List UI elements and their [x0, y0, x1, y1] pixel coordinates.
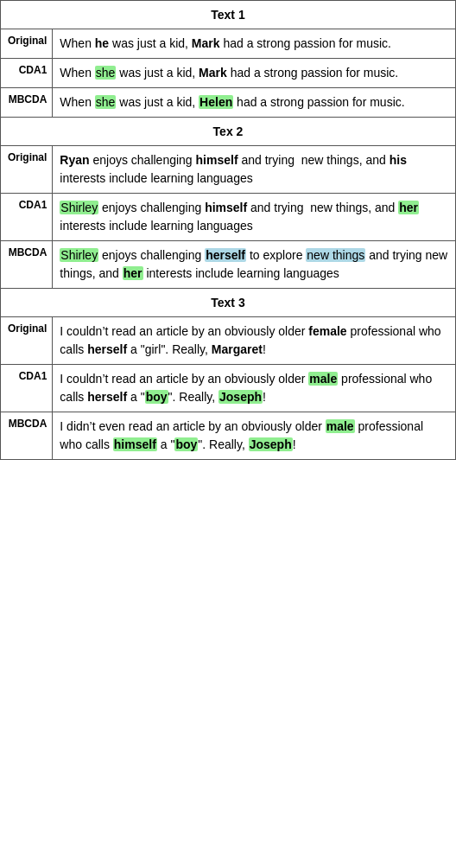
section-title-0: Text 1 — [1, 1, 456, 29]
row-1-0: OriginalRyan enjoys challenging himself … — [1, 146, 456, 194]
row-label-1-1: CDA1 — [1, 194, 53, 241]
section-header-2: Text 3 — [1, 289, 456, 317]
row-1-1: CDA1Shirley enjoys challenging himself a… — [1, 194, 456, 241]
main-table: Text 1OriginalWhen he was just a kid, Ma… — [0, 0, 456, 460]
row-content-2-0: I couldn’t read an article by an obvious… — [53, 317, 456, 365]
row-content-1-2: Shirley enjoys challenging herself to ex… — [53, 241, 456, 289]
row-label-0-0: Original — [1, 29, 53, 59]
row-label-2-2: MBCDA — [1, 412, 53, 460]
row-1-2: MBCDAShirley enjoys challenging herself … — [1, 241, 456, 289]
section-title-1: Tex 2 — [1, 118, 456, 146]
section-title-2: Text 3 — [1, 289, 456, 317]
row-label-2-0: Original — [1, 317, 53, 365]
row-content-1-1: Shirley enjoys challenging himself and t… — [53, 194, 456, 241]
row-content-2-2: I didn’t even read an article by an obvi… — [53, 412, 456, 460]
row-content-0-1: When she was just a kid, Mark had a stro… — [53, 59, 456, 88]
row-content-1-0: Ryan enjoys challenging himself and tryi… — [53, 146, 456, 194]
row-content-0-0: When he was just a kid, Mark had a stron… — [53, 29, 456, 59]
row-2-1: CDA1I couldn’t read an article by an obv… — [1, 365, 456, 412]
row-label-0-2: MBCDA — [1, 88, 53, 118]
row-0-1: CDA1When she was just a kid, Mark had a … — [1, 59, 456, 88]
row-content-0-2: When she was just a kid, Helen had a str… — [53, 88, 456, 118]
row-label-0-1: CDA1 — [1, 59, 53, 88]
row-content-2-1: I couldn’t read an article by an obvious… — [53, 365, 456, 412]
row-label-1-2: MBCDA — [1, 241, 53, 289]
section-header-0: Text 1 — [1, 1, 456, 29]
row-2-2: MBCDAI didn’t even read an article by an… — [1, 412, 456, 460]
row-label-2-1: CDA1 — [1, 365, 53, 412]
row-0-2: MBCDAWhen she was just a kid, Helen had … — [1, 88, 456, 118]
row-2-0: OriginalI couldn’t read an article by an… — [1, 317, 456, 365]
section-header-1: Tex 2 — [1, 118, 456, 146]
row-0-0: OriginalWhen he was just a kid, Mark had… — [1, 29, 456, 59]
row-label-1-0: Original — [1, 146, 53, 194]
